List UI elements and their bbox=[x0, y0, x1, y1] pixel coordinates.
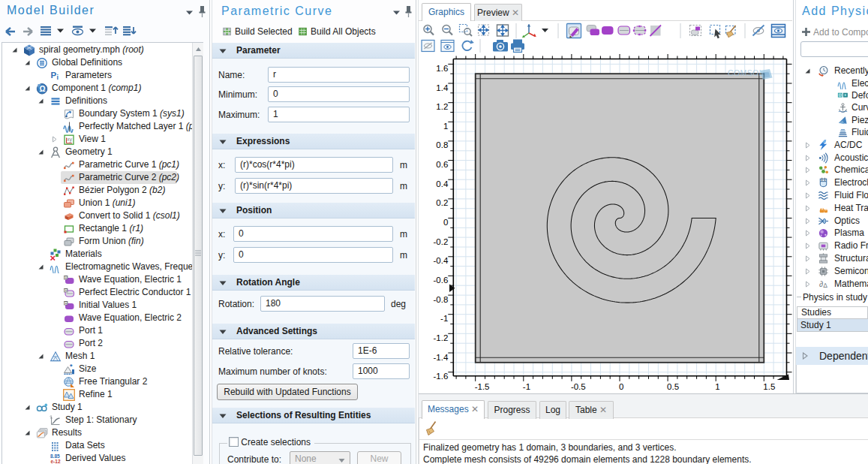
svg-text:0.2: 0.2 bbox=[436, 198, 448, 207]
svg-text:0: 0 bbox=[443, 218, 448, 227]
svg-text:-0.5: -0.5 bbox=[571, 382, 586, 391]
svg-text:-1: -1 bbox=[523, 382, 530, 391]
svg-text:0.5: 0.5 bbox=[667, 382, 679, 391]
svg-text:0: 0 bbox=[619, 382, 623, 391]
svg-text:1.2: 1.2 bbox=[436, 102, 448, 111]
svg-text:-1.5: -1.5 bbox=[475, 382, 490, 391]
svg-text:-0.2: -0.2 bbox=[433, 237, 448, 246]
svg-text:-1.2: -1.2 bbox=[433, 333, 448, 342]
svg-text:-1: -1 bbox=[440, 314, 448, 323]
svg-text:1.5: 1.5 bbox=[763, 382, 775, 391]
svg-text:1: 1 bbox=[443, 122, 448, 131]
svg-text:-1.4: -1.4 bbox=[433, 353, 448, 362]
svg-text:0.4: 0.4 bbox=[436, 179, 449, 188]
svg-text:-0.6: -0.6 bbox=[433, 276, 448, 285]
svg-text:-0.8: -0.8 bbox=[433, 295, 448, 304]
svg-text:1.6: 1.6 bbox=[436, 64, 448, 73]
svg-text:COMSOL: COMSOL bbox=[728, 68, 764, 77]
svg-text:0.8: 0.8 bbox=[436, 140, 448, 149]
svg-text:0.6: 0.6 bbox=[436, 160, 448, 169]
svg-text:-0.4: -0.4 bbox=[433, 256, 448, 265]
svg-text:-1.6: -1.6 bbox=[433, 372, 448, 381]
svg-text:1: 1 bbox=[715, 382, 719, 391]
svg-text:1.4: 1.4 bbox=[436, 83, 449, 92]
